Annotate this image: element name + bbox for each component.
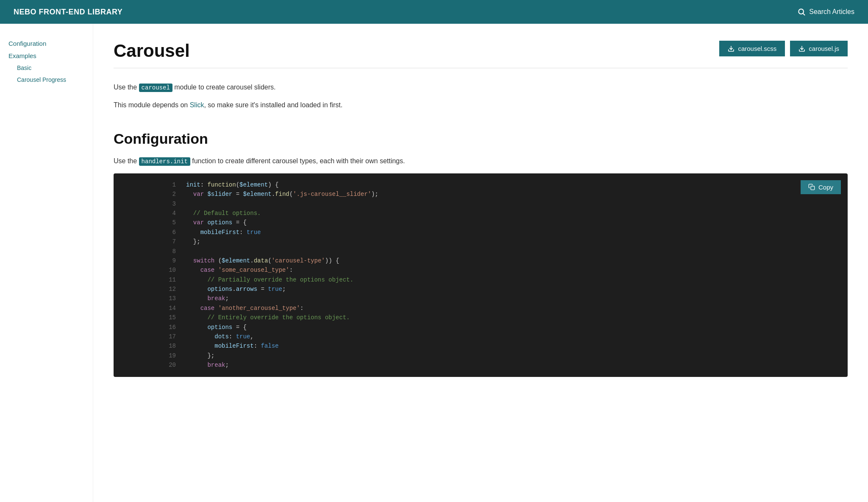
table-row: 4 // Default options. — [114, 209, 848, 218]
table-row: 2 var $slider = $element.find('.js-carou… — [114, 190, 848, 199]
sidebar-item-configuration[interactable]: Configuration — [8, 37, 93, 50]
table-row: 1 init: function($element) { — [114, 180, 848, 190]
table-row: 16 options = { — [114, 323, 848, 332]
table-row: 7 }; — [114, 237, 848, 246]
layout: Configuration Examples Basic Carousel Pr… — [0, 24, 868, 502]
description-2: This module depends on Slick, so make su… — [114, 100, 848, 111]
download-icon-2 — [798, 45, 805, 52]
sidebar-item-basic[interactable]: Basic — [8, 62, 93, 74]
description-1: Use the carousel module to create carous… — [114, 82, 848, 93]
table-row: 18 mobileFirst: false — [114, 341, 848, 351]
table-row: 9 switch ($element.data('carousel-type')… — [114, 256, 848, 265]
table-row: 19 }; — [114, 351, 848, 360]
download-icon — [728, 45, 734, 52]
sidebar: Configuration Examples Basic Carousel Pr… — [0, 24, 93, 502]
code-block: Copy 1 init: function($element) { 2 var … — [114, 173, 848, 377]
sidebar-item-carousel-progress[interactable]: Carousel Progress — [8, 74, 93, 86]
table-row: 12 options.arrows = true; — [114, 284, 848, 294]
download-buttons: carousel.scss carousel.js — [719, 41, 848, 56]
table-row: 15 // Entirely override the options obje… — [114, 313, 848, 322]
svg-line-1 — [803, 14, 805, 15]
table-row: 20 break; — [114, 360, 848, 370]
search-icon — [797, 8, 806, 16]
search-label: Search Articles — [809, 8, 854, 16]
page-title: Carousel — [114, 41, 190, 61]
table-row: 6 mobileFirst: true — [114, 228, 848, 237]
section-title-configuration: Configuration — [114, 131, 848, 147]
table-row: 8 — [114, 247, 848, 256]
table-row: 13 break; — [114, 294, 848, 303]
carousel-code-tag: carousel — [139, 84, 172, 92]
download-js-button[interactable]: carousel.js — [790, 41, 848, 56]
svg-rect-4 — [811, 186, 815, 190]
table-row: 10 case 'some_carousel_type': — [114, 265, 848, 275]
table-row: 14 case 'another_carousel_type': — [114, 304, 848, 313]
table-row: 5 var options = { — [114, 218, 848, 227]
download-scss-button[interactable]: carousel.scss — [719, 41, 785, 56]
config-description: Use the handlers.init function to create… — [114, 156, 848, 167]
search-button[interactable]: Search Articles — [797, 8, 854, 16]
sidebar-item-examples[interactable]: Examples — [8, 50, 93, 62]
page-header: Carousel carousel.scss c — [114, 41, 848, 61]
copy-button[interactable]: Copy — [801, 180, 841, 194]
main-content: Carousel carousel.scss c — [93, 24, 868, 502]
slick-link[interactable]: Slick — [190, 101, 204, 109]
divider — [114, 68, 848, 68]
header: NEBO FRONT-END LIBRARY Search Articles — [0, 0, 868, 24]
site-title: NEBO FRONT-END LIBRARY — [14, 8, 122, 17]
table-row: 17 dots: true, — [114, 332, 848, 341]
copy-icon — [808, 184, 815, 190]
table-row: 3 — [114, 199, 848, 209]
code-table: 1 init: function($element) { 2 var $slid… — [114, 180, 848, 370]
table-row: 11 // Partially override the options obj… — [114, 275, 848, 284]
handlers-init-tag: handlers.init — [139, 157, 190, 166]
